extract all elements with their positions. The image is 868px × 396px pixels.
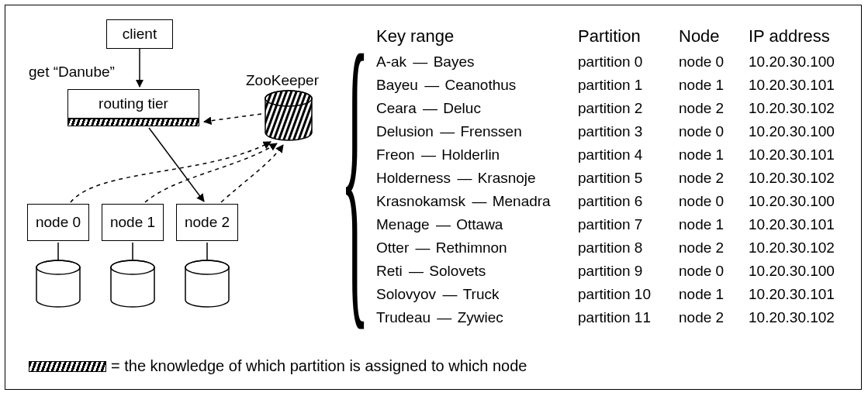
- cell-ip: 10.20.30.101: [749, 77, 849, 94]
- legend-text: = the knowledge of which partition is as…: [111, 357, 527, 375]
- table-row: Ceara — Delucpartition 2node 210.20.30.1…: [376, 97, 849, 120]
- table-row: Bayeu — Ceanothuspartition 1node 110.20.…: [376, 74, 849, 97]
- cell-partition: partition 8: [578, 239, 679, 257]
- table-row: A-ak — Bayespartition 0node 010.20.30.10…: [376, 50, 849, 74]
- cell-key-range: Holderness — Krasnoje: [376, 170, 578, 187]
- table-row: Reti — Solovetspartition 9node 010.20.30…: [376, 260, 849, 283]
- partition-table: Key range Partition Node IP address A-ak…: [376, 22, 849, 329]
- cell-partition: partition 7: [578, 216, 679, 233]
- cell-key-range: Solovyov — Truck: [376, 286, 578, 303]
- cell-key-range: Otter — Rethimnon: [376, 239, 578, 257]
- cell-node: node 1: [679, 77, 749, 94]
- cell-node: node 0: [679, 123, 749, 140]
- col-node: Node: [679, 26, 749, 46]
- arrows-overlay: [5, 5, 347, 339]
- cell-key-range: Delusion — Frenssen: [376, 123, 578, 140]
- architecture-diagram: client get “Danube” routing tier ZooKeep…: [5, 5, 347, 339]
- table-row: Holderness — Krasnojepartition 5node 210…: [376, 167, 849, 190]
- cell-partition: partition 9: [578, 263, 679, 280]
- cell-ip: 10.20.30.101: [749, 216, 849, 233]
- cell-key-range: A-ak — Bayes: [376, 53, 578, 71]
- cell-partition: partition 4: [578, 146, 679, 164]
- cell-key-range: Ceara — Deluc: [376, 100, 578, 117]
- cell-node: node 2: [679, 309, 749, 326]
- cell-partition: partition 11: [578, 309, 679, 326]
- cell-node: node 2: [679, 239, 749, 257]
- cell-key-range: Freon — Holderlin: [376, 146, 578, 164]
- table-row: Solovyov — Truckpartition 10node 110.20.…: [376, 283, 849, 306]
- figure-frame: client get “Danube” routing tier ZooKeep…: [5, 5, 862, 390]
- legend-hatch-icon: [29, 361, 106, 372]
- col-ip: IP address: [749, 26, 849, 46]
- table-row: Trudeau — Zywiecpartition 11node 210.20.…: [376, 306, 849, 329]
- cell-key-range: Bayeu — Ceanothus: [376, 77, 578, 94]
- cell-node: node 0: [679, 193, 749, 210]
- cell-node: node 0: [679, 53, 749, 71]
- table-row: Otter — Rethimnonpartition 8node 210.20.…: [376, 236, 849, 260]
- cell-partition: partition 3: [578, 123, 679, 140]
- cell-key-range: Menage — Ottawa: [376, 216, 578, 233]
- cell-partition: partition 0: [578, 53, 679, 71]
- col-key-range: Key range: [376, 26, 578, 46]
- table-header-row: Key range Partition Node IP address: [376, 22, 849, 50]
- table-row: Krasnokamsk — Menadrapartition 6node 010…: [376, 190, 849, 213]
- cell-ip: 10.20.30.102: [749, 239, 849, 257]
- cell-ip: 10.20.30.101: [749, 286, 849, 303]
- cell-node: node 1: [679, 286, 749, 303]
- cell-ip: 10.20.30.102: [749, 170, 849, 187]
- cell-node: node 2: [679, 170, 749, 187]
- cell-partition: partition 10: [578, 286, 679, 303]
- cell-key-range: Trudeau — Zywiec: [376, 309, 578, 326]
- legend: = the knowledge of which partition is as…: [29, 357, 527, 375]
- table-row: Delusion — Frenssenpartition 3node 010.2…: [376, 120, 849, 143]
- cell-node: node 1: [679, 146, 749, 164]
- table-row: Menage — Ottawapartition 7node 110.20.30…: [376, 213, 849, 236]
- cell-ip: 10.20.30.100: [749, 263, 849, 280]
- cell-ip: 10.20.30.100: [749, 123, 849, 140]
- cell-partition: partition 2: [578, 100, 679, 117]
- table-row: Freon — Holderlinpartition 4node 110.20.…: [376, 143, 849, 167]
- cell-key-range: Krasnokamsk — Menadra: [376, 193, 578, 210]
- cell-partition: partition 5: [578, 170, 679, 187]
- cell-partition: partition 6: [578, 193, 679, 210]
- col-partition: Partition: [578, 26, 679, 46]
- cell-ip: 10.20.30.102: [749, 309, 849, 326]
- cell-ip: 10.20.30.102: [749, 100, 849, 117]
- cell-node: node 1: [679, 216, 749, 233]
- cell-ip: 10.20.30.101: [749, 146, 849, 164]
- cell-key-range: Reti — Solovets: [376, 263, 578, 280]
- cell-partition: partition 1: [578, 77, 679, 94]
- cell-node: node 2: [679, 100, 749, 117]
- cell-ip: 10.20.30.100: [749, 53, 849, 71]
- cell-ip: 10.20.30.100: [749, 193, 849, 210]
- cell-node: node 0: [679, 263, 749, 280]
